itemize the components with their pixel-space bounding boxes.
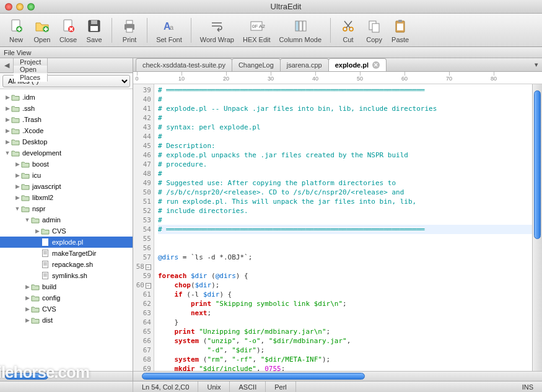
columns-icon — [292, 17, 309, 35]
disclosure-icon[interactable]: ▶ — [33, 228, 41, 234]
code-editor[interactable]: # ══════════════════════════════════════… — [154, 84, 532, 371]
disclosure-icon[interactable]: ▶ — [14, 194, 21, 201]
svg-rect-9 — [126, 20, 133, 24]
tree-file[interactable]: symlinks.sh — [0, 270, 133, 281]
line-number-gutter: 3940414243444546474849505152535455565758… — [133, 84, 154, 371]
editor-vscrollbar[interactable] — [532, 84, 542, 371]
tree-folder[interactable]: ▼nspr — [0, 203, 133, 214]
tree-folder[interactable]: ▶.Xcode — [0, 125, 133, 136]
statusbar: Ln 54, Col 2,C0 Unix ASCII Perl INS — [0, 381, 542, 392]
tree-label: CVS — [42, 305, 56, 313]
tree-folder[interactable]: ▶CVS — [0, 303, 133, 315]
disclosure-icon[interactable]: ▶ — [4, 105, 11, 111]
tree-folder[interactable]: ▶.ssh — [0, 103, 133, 114]
svg-rect-7 — [90, 26, 98, 31]
tree-folder[interactable]: ▶libxml2 — [0, 192, 133, 203]
close-window-icon[interactable] — [5, 3, 12, 11]
tree-folder[interactable]: ▶javascript — [0, 181, 133, 192]
wordwrap-button[interactable]: Word Wrap — [196, 16, 238, 45]
nav-back-button[interactable]: ◀ — [0, 58, 14, 72]
folder-open-icon — [21, 204, 30, 213]
tree-folder[interactable]: ▶Desktop — [0, 136, 133, 147]
new-button[interactable]: New — [4, 16, 28, 45]
disclosure-icon[interactable]: ▶ — [4, 139, 11, 145]
disclosure-icon[interactable]: ▶ — [4, 116, 11, 123]
minimize-window-icon[interactable] — [16, 3, 24, 11]
tree-folder[interactable]: ▶dist — [0, 315, 133, 326]
tree-folder[interactable]: ▶.idm — [0, 92, 133, 103]
disclosure-icon[interactable]: ▶ — [14, 161, 21, 167]
tree-label: dist — [42, 316, 53, 324]
disclosure-icon[interactable]: ▶ — [24, 306, 31, 312]
editor-hscrollbar[interactable] — [133, 371, 542, 381]
tab-label: jsarena.cpp — [287, 61, 322, 69]
editor-tab[interactable]: explode.pl✕ — [328, 58, 387, 71]
status-eol[interactable]: Unix — [198, 381, 230, 392]
close-button[interactable]: Close — [56, 16, 81, 45]
tree-label: Desktop — [22, 138, 47, 146]
disclosure-icon[interactable]: ▼ — [14, 206, 21, 212]
fold-icon[interactable]: − — [146, 264, 151, 270]
disclosure-icon[interactable]: ▶ — [14, 183, 21, 189]
tab-overflow-button[interactable]: ▾ — [531, 58, 542, 71]
colmode-button[interactable]: Column Mode — [276, 16, 325, 45]
doc-plus-icon — [7, 17, 25, 35]
zoom-window-icon[interactable] — [27, 3, 35, 11]
folder-icon — [11, 104, 20, 113]
sidebar-hscrollbar[interactable] — [0, 371, 133, 381]
sidebar-tab-open[interactable]: Open — [14, 66, 48, 73]
tree-folder[interactable]: ▶CVS — [0, 225, 133, 237]
toolbar: NewOpenCloseSavePrintAaSet FontWord Wrap… — [0, 14, 542, 47]
tree-label: build — [42, 283, 56, 290]
folder-open-icon — [31, 216, 40, 224]
editor-tab[interactable]: check-xsddata-test-suite.py — [136, 58, 232, 71]
tree-file[interactable]: explode.pl — [0, 237, 133, 248]
close-tab-icon[interactable]: ✕ — [372, 61, 380, 69]
tree-folder[interactable]: ▶icu — [0, 170, 133, 181]
copy-button[interactable]: Copy — [362, 16, 387, 45]
status-encoding[interactable]: ASCII — [230, 381, 266, 392]
sidebar-tab-project[interactable]: Project — [14, 58, 48, 66]
sidebar-tabs: ◀ ProjectOpenPlaces — [0, 58, 133, 73]
fold-icon[interactable]: − — [146, 283, 151, 289]
disclosure-icon[interactable]: ▼ — [4, 150, 11, 156]
svg-rect-29 — [43, 250, 48, 257]
setfont-button[interactable]: AaSet Font — [152, 16, 186, 45]
open-button[interactable]: Open — [30, 16, 55, 45]
tree-folder[interactable]: ▼development — [0, 147, 133, 159]
tree-folder[interactable]: ▶build — [0, 281, 133, 292]
doc-x-icon — [59, 17, 77, 35]
disclosure-icon[interactable]: ▶ — [24, 295, 31, 301]
editor-tab[interactable]: ChangeLog — [232, 58, 281, 71]
tree-folder[interactable]: ▶boost — [0, 159, 133, 170]
print-button[interactable]: Print — [117, 16, 142, 45]
status-insert-mode[interactable]: INS — [514, 381, 542, 392]
svg-rect-10 — [126, 28, 133, 32]
tree-folder[interactable]: ▼admin — [0, 214, 133, 225]
tree-folder[interactable]: ▶.Trash — [0, 114, 133, 125]
disclosure-icon[interactable]: ▶ — [24, 317, 31, 323]
file-icon — [41, 271, 50, 280]
svg-rect-6 — [91, 20, 97, 24]
status-language[interactable]: Perl — [266, 381, 296, 392]
tree-label: repackage.sh — [52, 261, 93, 268]
disclosure-icon[interactable]: ▶ — [4, 94, 11, 100]
save-button[interactable]: Save — [82, 16, 107, 45]
toolbar-label: Copy — [366, 36, 382, 43]
disclosure-icon[interactable]: ▶ — [14, 172, 21, 178]
tree-folder[interactable]: ▶config — [0, 292, 133, 303]
tree-file[interactable]: makeTargetDir — [0, 248, 133, 259]
editor-tab[interactable]: jsarena.cpp — [280, 58, 329, 71]
file-icon — [41, 238, 50, 246]
folder-icon — [31, 316, 40, 324]
svg-rect-33 — [43, 261, 48, 268]
sidebar-tab-places[interactable]: Places — [14, 74, 48, 82]
paste-button[interactable]: Paste — [388, 16, 413, 45]
disclosure-icon[interactable]: ▼ — [24, 217, 31, 223]
hexedit-button[interactable]: 0F A2HEX Edit — [239, 16, 274, 45]
tree-file[interactable]: repackage.sh — [0, 259, 133, 270]
disclosure-icon[interactable]: ▶ — [24, 284, 31, 290]
file-tree[interactable]: ▶.idm▶.ssh▶.Trash▶.Xcode▶Desktop▼develop… — [0, 89, 133, 371]
cut-button[interactable]: Cut — [336, 16, 361, 45]
disclosure-icon[interactable]: ▶ — [4, 128, 11, 134]
